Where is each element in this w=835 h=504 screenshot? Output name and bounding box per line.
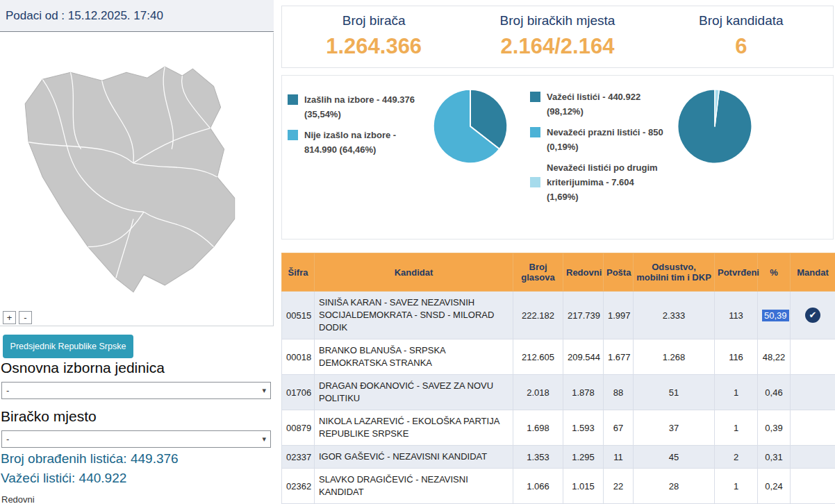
stat-label: Broj kandidata <box>650 13 833 28</box>
charts-panel: Izašlih na izbore - 449.376 (35,54%) Nij… <box>281 75 834 240</box>
header-sifra: Šifra <box>282 253 315 292</box>
legend-line: Nevažeći prazni listići - 850 <box>547 125 669 140</box>
cell-odsustvo: 1.268 <box>634 339 715 375</box>
cell-potvrdjeni: 2 <box>715 446 758 469</box>
header-odsustvo: Odsustvo, mobilni tim i DKP <box>634 253 715 292</box>
zoom-in-button[interactable]: + <box>3 311 16 324</box>
legend-line: (35,54%) <box>304 107 427 121</box>
stat-value: 2.164/2.164 <box>465 34 649 59</box>
header-redovni: Redovni <box>563 253 604 292</box>
header-posta: Pošta <box>604 253 634 292</box>
cell-broj-glasova: 212.605 <box>513 339 563 375</box>
valid-swatch-icon <box>530 92 540 102</box>
cell-redovni: 1.295 <box>563 446 604 469</box>
chevron-down-icon: ▾ <box>262 431 266 447</box>
station-select-value: - <box>6 434 9 444</box>
legend-item: Nije izašlo na izbore - 814.990 (64,46%) <box>288 128 427 157</box>
legend-item: Važeći listići - 440.922 (98,12%) <box>530 90 669 119</box>
cell-odsustvo: 51 <box>634 375 715 410</box>
race-selector-button[interactable]: Predsjednik Republike Srpske <box>3 335 133 358</box>
invalid-blank-swatch-icon <box>530 127 540 137</box>
stat-label: Broj biračkih mjesta <box>465 13 649 28</box>
cell-sifra: 00515 <box>282 292 315 339</box>
legend-line: 814.990 (64,46%) <box>304 142 427 157</box>
chevron-down-icon: ▾ <box>262 383 266 398</box>
legend-line: Nije izašlo na izbore - <box>304 128 427 142</box>
unit-select[interactable]: - ▾ <box>1 382 271 399</box>
bosnia-map <box>4 35 270 319</box>
cell-pct: 0,24 <box>758 469 791 504</box>
cell-odsustvo: 37 <box>634 410 715 446</box>
stat-voters: Broj birača 1.264.366 <box>282 6 465 67</box>
cell-mandat <box>791 410 835 446</box>
cell-broj-glasova: 1.066 <box>513 469 563 504</box>
cell-kandidat: IGOR GAŠEVIĆ - NEZAVISNI KANDIDAT <box>315 446 513 469</box>
cell-broj-glasova: 1.698 <box>513 410 563 446</box>
turnout-yes-swatch-icon <box>288 94 298 105</box>
table-header-row: Šifra Kandidat Broj glasova Redovni Pošt… <box>282 253 835 292</box>
left-panel: Podaci od : 15.12.2025. 17:40 + - Predsj… <box>0 0 278 504</box>
turnout-pie-chart <box>431 87 510 166</box>
zoom-out-button[interactable]: - <box>19 311 32 324</box>
stat-candidates: Broj kandidata 6 <box>650 6 833 67</box>
table-row: 01706 DRAGAN ĐOKANOVIĆ - SAVEZ ZA NOVU P… <box>282 375 835 410</box>
cell-broj-glasova: 1.353 <box>513 446 563 469</box>
valid-ballots-text: Važeći listići: 440.922 <box>1 471 126 486</box>
cell-posta: 11 <box>604 446 634 469</box>
cell-sifra: 01706 <box>282 375 315 410</box>
legend-line: (1,69%) <box>547 190 669 204</box>
cell-potvrdjeni: 1 <box>715 375 758 410</box>
cell-redovni: 1.593 <box>563 410 604 446</box>
cell-odsustvo: 28 <box>634 469 715 504</box>
header-pct: % <box>758 253 791 292</box>
cell-potvrdjeni: 1 <box>715 469 758 504</box>
cell-redovni: 209.544 <box>563 339 604 375</box>
stat-value: 6 <box>650 34 833 59</box>
cell-potvrdjeni: 1 <box>715 410 758 446</box>
legend-item: Izašlih na izbore - 449.376 (35,54%) <box>288 92 427 121</box>
table-row: 02362 SLAVKO DRAGIČEVIĆ - NEZAVISNI KAND… <box>282 469 835 504</box>
station-select[interactable]: - ▾ <box>1 430 271 448</box>
cell-odsustvo: 45 <box>634 446 715 469</box>
cell-posta: 88 <box>604 375 634 410</box>
results-table: Šifra Kandidat Broj glasova Redovni Pošt… <box>281 253 835 504</box>
header-mandat: Mandat <box>791 253 835 292</box>
mandate-check-icon: ✔ <box>805 308 820 323</box>
cell-pct: 0,46 <box>758 375 791 410</box>
cell-kandidat: BRANKO BLANUŠA - SRPSKA DEMOKRATSKA STRA… <box>315 339 513 375</box>
cell-sifra: 00018 <box>282 339 315 375</box>
cell-sifra: 00879 <box>282 410 315 446</box>
legend-line: (98,12%) <box>547 104 669 119</box>
cell-kandidat: DRAGAN ĐOKANOVIĆ - SAVEZ ZA NOVU POLITIK… <box>315 375 513 410</box>
cell-potvrdjeni: 116 <box>715 339 758 375</box>
cell-mandat <box>791 339 835 375</box>
cell-mandat <box>791 469 835 504</box>
validity-pie-chart <box>675 87 754 166</box>
legend-line: kriterijumima - 7.604 <box>547 175 669 190</box>
cell-odsustvo: 2.333 <box>634 292 715 339</box>
legend-line: Izašlih na izbore - 449.376 <box>304 92 427 107</box>
station-section-title: Biračko mjesto <box>1 408 97 425</box>
cell-pct: 0,31 <box>758 446 791 469</box>
stat-polling-stations: Broj biračkih mjesta 2.164/2.164 <box>465 6 649 67</box>
cell-posta: 22 <box>604 469 634 504</box>
cell-kandidat: NIKOLA LAZAREVIĆ - EKOLOŠKA PARTIJA REPU… <box>315 410 513 446</box>
summary-stats: Broj birača 1.264.366 Broj biračkih mjes… <box>281 6 834 68</box>
table-row: 00879 NIKOLA LAZAREVIĆ - EKOLOŠKA PARTIJ… <box>282 410 835 446</box>
cell-kandidat: SLAVKO DRAGIČEVIĆ - NEZAVISNI KANDIDAT <box>315 469 513 504</box>
table-row: 02337 IGOR GAŠEVIĆ - NEZAVISNI KANDIDAT … <box>282 446 835 469</box>
invalid-other-swatch-icon <box>530 177 540 187</box>
legend-line: (0,19%) <box>547 140 669 154</box>
map-canvas[interactable] <box>0 33 274 326</box>
cell-pct: 48,22 <box>758 339 791 375</box>
legend-item: Nevažeći listići po drugim kriterijumima… <box>530 160 669 204</box>
processed-ballots-text: Broj obrađenih listića: 449.376 <box>1 451 179 467</box>
header-potvrdjeni: Potvrđeni <box>715 253 758 292</box>
turnout-legend: Izašlih na izbore - 449.376 (35,54%) Nij… <box>288 92 427 163</box>
cell-broj-glasova: 2.018 <box>513 375 563 410</box>
cell-pct: 0,39 <box>758 410 791 446</box>
cell-mandat <box>791 446 835 469</box>
cell-sifra: 02337 <box>282 446 315 469</box>
cell-redovni: 1.015 <box>563 469 604 504</box>
cell-sifra: 02362 <box>282 469 315 504</box>
